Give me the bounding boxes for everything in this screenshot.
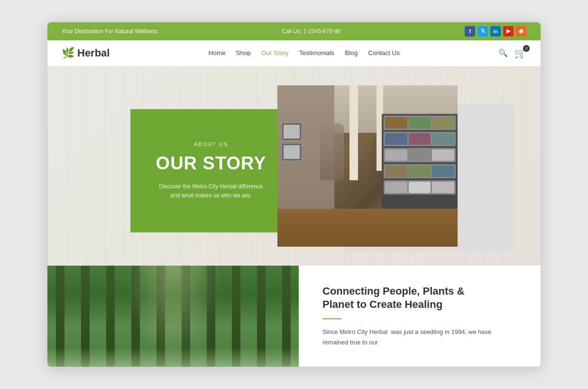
logo[interactable]: 🌿 Herbal bbox=[62, 47, 110, 59]
nav-bar: 🌿 Herbal Home Shop Our Story Testimonial… bbox=[47, 40, 541, 66]
nav-blog[interactable]: Blog bbox=[345, 49, 358, 56]
nav-home[interactable]: Home bbox=[209, 49, 226, 56]
tagline: Your Destination For Natural Wellness bbox=[62, 28, 158, 35]
cart-button[interactable]: 🛒 0 bbox=[514, 47, 526, 59]
nav-right: 🔍 🛒 0 bbox=[498, 47, 526, 59]
top-bar: Your Destination For Natural Wellness Ca… bbox=[47, 22, 541, 40]
nav-contact[interactable]: Contact Us bbox=[368, 49, 400, 56]
our-story-description: Discover the Metro City Herbal differenc… bbox=[154, 182, 268, 200]
frame-2 bbox=[282, 144, 301, 160]
our-story-title: OUR STORY bbox=[156, 154, 266, 174]
shop-beam-1 bbox=[349, 85, 358, 180]
linkedin-icon[interactable]: in bbox=[490, 26, 501, 37]
youtube-icon[interactable]: ▶ bbox=[503, 26, 514, 37]
mannequin bbox=[320, 123, 344, 180]
story-card: ABOUT US OUR STORY Discover the Metro Ci… bbox=[130, 109, 292, 232]
hero-section: ABOUT US OUR STORY Discover the Metro Ci… bbox=[47, 66, 541, 266]
rss-icon[interactable]: ◉ bbox=[516, 26, 526, 37]
frame-1 bbox=[282, 123, 301, 140]
twitter-icon[interactable]: 𝕏 bbox=[478, 26, 488, 37]
shelf-row-3 bbox=[384, 148, 456, 162]
nav-links: Home Shop Our Story Testimonials Blog Co… bbox=[209, 49, 400, 56]
shop-interior bbox=[277, 85, 458, 247]
nav-shop[interactable]: Shop bbox=[236, 49, 251, 56]
phone-number: Call Us: 1-2345-678-90 bbox=[282, 28, 340, 35]
nav-testimonials[interactable]: Testimonials bbox=[299, 49, 334, 56]
about-us-label: ABOUT US bbox=[194, 141, 228, 147]
content-section: Connecting People, Plants &Planet to Cre… bbox=[299, 266, 541, 367]
shop-floor bbox=[277, 209, 458, 247]
title-divider bbox=[322, 318, 341, 319]
forest-mist bbox=[47, 348, 299, 367]
logo-text: Herbal bbox=[77, 47, 110, 59]
shop-shelves bbox=[382, 114, 458, 218]
shelf-row-5 bbox=[384, 180, 456, 194]
bottom-section: Connecting People, Plants &Planet to Cre… bbox=[47, 266, 541, 367]
browser-window: Your Destination For Natural Wellness Ca… bbox=[47, 22, 541, 367]
shelf-row-4 bbox=[384, 164, 456, 178]
shelf-row-2 bbox=[384, 132, 456, 146]
cart-badge: 0 bbox=[523, 45, 530, 52]
search-icon[interactable]: 🔍 bbox=[498, 48, 508, 57]
shelf-row-1 bbox=[384, 116, 456, 130]
connecting-title: Connecting People, Plants &Planet to Cre… bbox=[322, 285, 517, 312]
connecting-description: Since Metro City Herbal was just a seedl… bbox=[322, 327, 517, 348]
forest-image bbox=[47, 266, 299, 367]
shop-photo bbox=[277, 85, 458, 247]
facebook-icon[interactable]: f bbox=[465, 26, 475, 37]
social-links: f 𝕏 in ▶ ◉ bbox=[465, 26, 526, 37]
shop-frames bbox=[282, 123, 301, 160]
nav-our-story[interactable]: Our Story bbox=[261, 49, 289, 56]
logo-icon: 🌿 bbox=[62, 47, 74, 59]
